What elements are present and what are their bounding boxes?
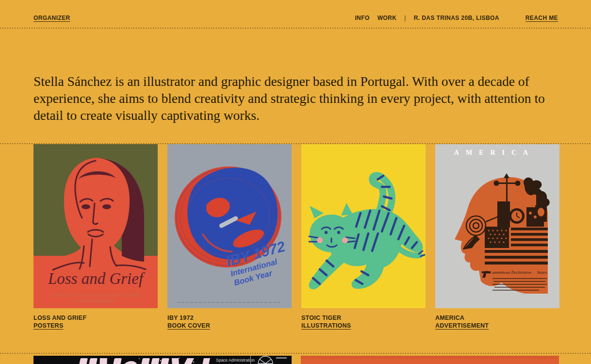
project-grid: Loss and Grief conducted by OMS chief me… [33,144,559,330]
address-text: R. DAS TRINAS 20B, LISBOA [414,15,499,21]
project-category-link[interactable]: BOOK COVER [167,322,210,330]
nav-info-link[interactable]: INFO [355,15,369,21]
project-caption: IBY 1972 BOOK COVER [167,314,292,330]
top-navbar: ORGANIZER INFO WORK | R. DAS TRINAS 20B,… [33,15,558,21]
declaration-heading-text: The unanimous Declaration [485,270,531,275]
project-caption: LOSS AND GRIEF POSTERS [33,314,158,330]
brand-link[interactable]: ORGANIZER [33,15,70,21]
orange-artwork [301,356,559,364]
stoic-tiger-poster-image[interactable] [301,144,426,308]
america-artwork: AMERICA [435,144,559,308]
nav-work-link[interactable]: WORK [378,15,397,21]
space-administration-caption: Space Administration [216,358,255,363]
project-card-stoic-tiger: STOIC TIGER ILLUSTRATIONS [301,144,426,330]
project-title: STOIC TIGER [301,314,426,322]
poster-credit-line-1: conducted by OMS chief mental health cou… [50,293,140,298]
space-artwork: Space Administration [33,356,292,364]
portfolio-page: ORGANIZER INFO WORK | R. DAS TRINAS 20B,… [0,0,591,364]
project-category-link[interactable]: POSTERS [33,322,64,330]
section-divider-top [0,28,591,29]
reach-me-link[interactable]: REACH ME [525,15,558,21]
intro-paragraph: Stella Sánchez is an illustrator and gra… [33,73,561,124]
project-caption: STOIC TIGER ILLUSTRATIONS [301,314,426,330]
project-card-loss-and-grief: Loss and Grief conducted by OMS chief me… [33,144,158,330]
project-grid-row2: Space Administration [33,356,559,364]
project-category-link[interactable]: ILLUSTRATIONS [301,322,351,330]
project-category-link[interactable]: ADVERTISEMENT [435,322,489,330]
poster-title-loss-and-grief: Loss and Grief [48,270,145,287]
project-caption: AMERICA ADVERTISEMENT [435,314,559,330]
poster-credit-line-2: Rachelle Mandelbaum [75,298,116,303]
project-card-iby-1972: IBY 1972 International Book Year IBY 197… [167,144,292,330]
nav-divider: | [404,15,406,21]
loss-and-grief-poster-image[interactable]: Loss and Grief conducted by OMS chief me… [33,144,158,308]
america-poster-image[interactable]: AMERICA [435,144,559,308]
loss-and-grief-artwork: Loss and Grief conducted by OMS chief me… [33,144,158,308]
declaration-tail-text: States [537,270,547,275]
iby-1972-artwork: IBY 1972 International Book Year [167,144,292,308]
iby-1972-poster-image[interactable]: IBY 1972 International Book Year [167,144,292,308]
project-title: IBY 1972 [167,314,292,322]
section-divider-row2 [0,353,591,354]
space-poster-image[interactable]: Space Administration [33,356,292,364]
project-title: AMERICA [435,314,559,322]
orange-poster-image[interactable] [301,356,559,364]
main-nav: INFO WORK | R. DAS TRINAS 20B, LISBOA RE… [355,15,558,21]
project-title: LOSS AND GRIEF [33,314,158,322]
project-card-america: AMERICA [435,144,559,330]
stoic-tiger-artwork [301,144,426,308]
poster-title-america: AMERICA [454,149,535,156]
